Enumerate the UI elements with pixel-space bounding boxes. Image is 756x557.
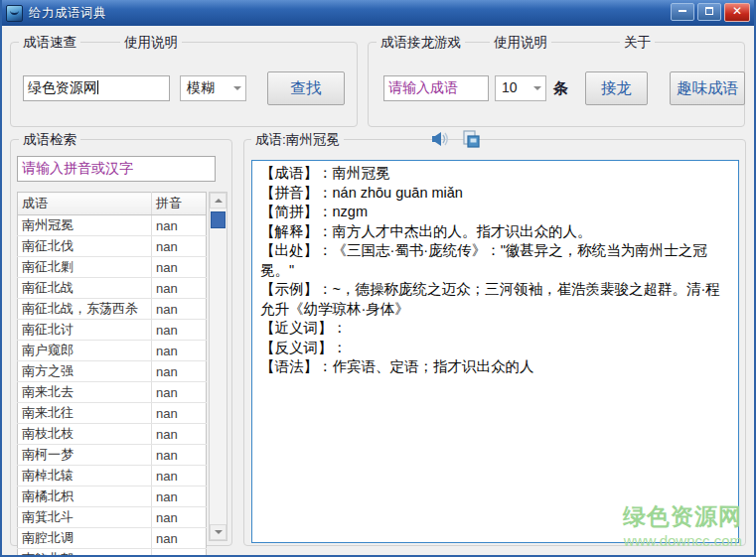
table-row[interactable]: 南州冠冕 nan (18, 215, 207, 236)
pinyin-cell[interactable]: nan (152, 215, 207, 236)
maximize-icon (705, 7, 713, 15)
pinyin-cell[interactable]: nan (152, 299, 207, 320)
idiom-index-group: 成语检索 请输入拼音或汉字 成语 拼音 南州冠冕 nan 南 (10, 139, 232, 546)
scroll-down-arrow-icon[interactable] (210, 524, 227, 540)
idiom-detail-title: 成语:南州冠冕 (251, 131, 344, 149)
match-mode-select[interactable]: 模糊 (180, 75, 246, 101)
close-icon: ✕ (732, 4, 742, 18)
title-bar[interactable]: 给力成语词典 ✕ (0, 0, 756, 26)
quick-search-value: 绿色资源网 (28, 79, 97, 95)
idiom-cell[interactable]: 南州冠冕 (18, 215, 152, 236)
idiom-cell[interactable]: 南方之强 (18, 361, 152, 382)
count-select[interactable]: 10 (495, 75, 546, 101)
idiom-cell[interactable]: 南征北战 (18, 278, 152, 299)
pinyin-cell[interactable]: nan (152, 549, 207, 557)
table-row[interactable]: 南方之强 nan (18, 361, 207, 382)
table-row[interactable]: 南征北剿 nan (18, 257, 207, 278)
table-row[interactable]: 南箕北斗 nan (18, 507, 207, 528)
table-row[interactable]: 南棹北辕 nan (18, 466, 207, 487)
chain-game-title: 成语接龙游戏 (377, 34, 465, 52)
quick-lookup-group: 成语速查 使用说明 绿色资源网 模糊 查找 (10, 42, 358, 127)
idiom-cell[interactable]: 南箕北斗 (18, 507, 152, 528)
pinyin-cell[interactable]: nan (152, 236, 207, 257)
idiom-cell[interactable]: 南征北战，东荡西杀 (18, 299, 152, 320)
app-window: 给力成语词典 ✕ 成语速查 使用说明 绿色资源网 模糊 查找 成语接龙游戏 使用… (0, 0, 756, 557)
pinyin-cell[interactable]: nan (152, 445, 207, 466)
table-row[interactable]: 南柯一梦 nan (18, 445, 207, 466)
pinyin-cell[interactable]: nan (152, 361, 207, 382)
chain-game-help-link[interactable]: 使用说明 (490, 34, 551, 52)
idiom-detail-text[interactable]: 【成语】：南州冠冕 【拼音】：nán zhōu guān miǎn 【简拼】：n… (251, 160, 739, 543)
quick-lookup-help-link[interactable]: 使用说明 (120, 34, 182, 52)
idiom-cell[interactable]: 南棹北辕 (18, 466, 152, 487)
pinyin-cell[interactable]: nan (152, 320, 207, 341)
match-mode-value: 模糊 (187, 79, 215, 95)
idiom-cell[interactable]: 南来北去 (18, 382, 152, 403)
pinyin-cell[interactable]: nan (152, 257, 207, 278)
idiom-cell[interactable]: 南来北往 (18, 403, 152, 424)
chevron-down-icon (533, 86, 541, 90)
chain-input[interactable]: 请输入成语 (383, 75, 489, 101)
table-header-row: 成语 拼音 (18, 193, 207, 215)
table-row[interactable]: 南枝北枝 nan (18, 424, 207, 445)
idiom-cell[interactable]: 南腔北调 (18, 528, 152, 549)
app-icon (6, 5, 23, 22)
quick-search-input[interactable]: 绿色资源网 (23, 75, 170, 101)
copy-icon[interactable] (461, 129, 481, 149)
table-row[interactable]: 南来北去 nan (18, 382, 207, 403)
speaker-icon[interactable] (430, 129, 450, 149)
idiom-table-body: 南州冠冕 nan 南征北伐 nan 南征北剿 nan 南征北战 (18, 215, 207, 557)
idiom-cell[interactable]: 南户窥郎 (18, 341, 152, 361)
quick-lookup-title: 成语速查 (19, 34, 80, 52)
pinyin-cell[interactable]: nan (152, 487, 207, 507)
pinyin-cell[interactable]: nan (152, 278, 207, 299)
count-unit-label: 条 (553, 79, 568, 98)
chain-game-group: 成语接龙游戏 使用说明 关于 请输入成语 10 条 接龙 趣味成语 (368, 42, 745, 127)
chain-input-hint: 请输入成语 (388, 79, 458, 95)
table-row[interactable]: 南征北战，东荡西杀 nan (18, 299, 207, 320)
scrollbar-thumb[interactable] (211, 211, 226, 228)
pinyin-cell[interactable]: nan (152, 403, 207, 424)
about-link[interactable]: 关于 (620, 34, 655, 52)
table-row[interactable]: 南橘北枳 nan (18, 487, 207, 507)
idiom-cell[interactable]: 南征北讨 (18, 320, 152, 341)
pinyin-cell[interactable]: nan (152, 424, 207, 445)
pinyin-cell[interactable]: nan (152, 341, 207, 361)
table-row[interactable]: 南舣北驾 nan (18, 549, 207, 557)
idiom-cell[interactable]: 南柯一梦 (18, 445, 152, 466)
table-row[interactable]: 南户窥郎 nan (18, 341, 207, 361)
idiom-detail-group: 成语:南州冠冕 【成语】：南州冠冕 【拼音】：nán zhōu guān miǎ… (243, 139, 746, 546)
idiom-table: 成语 拼音 南州冠冕 nan 南征北伐 nan (17, 192, 207, 557)
table-row[interactable]: 南来北往 nan (18, 403, 207, 424)
minimize-icon (679, 10, 686, 12)
idiom-cell[interactable]: 南征北剿 (18, 257, 152, 278)
pinyin-cell[interactable]: nan (152, 382, 207, 403)
table-row[interactable]: 南腔北调 nan (18, 528, 207, 549)
col-header-idiom[interactable]: 成语 (18, 193, 152, 215)
table-row[interactable]: 南征北伐 nan (18, 236, 207, 257)
text-caret (97, 80, 98, 94)
index-search-input[interactable]: 请输入拼音或汉字 (17, 156, 216, 182)
pinyin-cell[interactable]: nan (152, 466, 207, 487)
window-title: 给力成语词典 (29, 5, 106, 22)
chevron-down-icon (233, 86, 241, 90)
pinyin-cell[interactable]: nan (152, 528, 207, 549)
idiom-cell[interactable]: 南舣北驾 (18, 549, 152, 557)
col-header-pinyin[interactable]: 拼音 (152, 193, 207, 215)
idiom-index-title: 成语检索 (19, 131, 80, 149)
scroll-up-arrow-icon[interactable] (210, 193, 227, 209)
idiom-cell[interactable]: 南征北伐 (18, 236, 152, 257)
chain-button[interactable]: 接龙 (585, 71, 648, 105)
table-row[interactable]: 南征北讨 nan (18, 320, 207, 341)
pinyin-cell[interactable]: nan (152, 507, 207, 528)
index-search-hint: 请输入拼音或汉字 (22, 160, 133, 176)
table-scrollbar[interactable] (209, 192, 227, 541)
maximize-button[interactable] (697, 3, 721, 21)
find-button[interactable]: 查找 (267, 71, 345, 105)
table-row[interactable]: 南征北战 nan (18, 278, 207, 299)
close-button[interactable]: ✕ (724, 3, 750, 22)
idiom-cell[interactable]: 南橘北枳 (18, 487, 152, 507)
minimize-button[interactable] (671, 3, 694, 21)
idiom-cell[interactable]: 南枝北枝 (18, 424, 152, 445)
fun-idiom-button[interactable]: 趣味成语 (670, 71, 745, 105)
